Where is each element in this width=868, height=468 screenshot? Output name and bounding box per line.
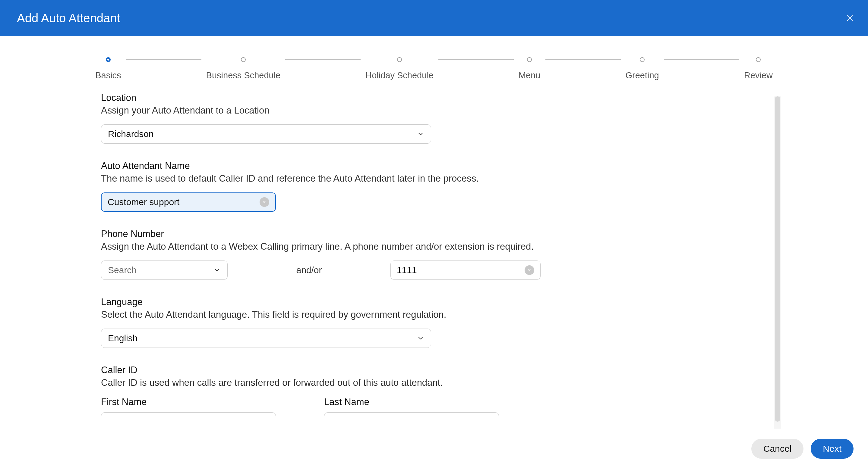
step-label: Business Schedule — [206, 70, 281, 80]
phone-title: Phone Number — [101, 229, 767, 239]
language-subtitle: Select the Auto Attendant language. This… — [101, 309, 767, 320]
step-circle-icon — [756, 57, 761, 62]
step-circle-icon — [527, 57, 532, 62]
cancel-button[interactable]: Cancel — [751, 439, 804, 459]
attendant-name-title: Auto Attendant Name — [101, 161, 767, 171]
extension-value: 1111 — [397, 265, 525, 275]
caller-id-row: First Name Customer Last Name — [101, 397, 767, 416]
last-name-input[interactable]: support — [324, 412, 499, 416]
language-title: Language — [101, 297, 767, 307]
section-attendant-name: Auto Attendant Name The name is used to … — [101, 161, 767, 212]
attendant-name-subtitle: The name is used to default Caller ID an… — [101, 173, 767, 184]
attendant-name-input[interactable]: Customer support — [101, 193, 276, 212]
caller-id-subtitle: Caller ID is used when calls are transfe… — [101, 377, 767, 388]
step-label: Review — [744, 70, 773, 80]
step-business-schedule[interactable]: Business Schedule — [206, 57, 281, 80]
stepper: Basics Business Schedule Holiday Schedul… — [0, 36, 868, 93]
step-label: Holiday Schedule — [365, 70, 434, 80]
location-value: Richardson — [108, 129, 154, 139]
step-basics[interactable]: Basics — [95, 57, 121, 80]
section-location: Location Assign your Auto Attendant to a… — [101, 93, 767, 144]
phone-search-placeholder: Search — [108, 265, 136, 275]
location-select[interactable]: Richardson — [101, 124, 431, 144]
close-icon — [846, 14, 854, 22]
chevron-down-icon — [213, 267, 221, 274]
extension-input[interactable]: 1111 — [391, 261, 540, 280]
chevron-down-icon — [417, 130, 424, 138]
first-name-field-group: First Name Customer — [101, 397, 276, 416]
section-caller-id: Caller ID Caller ID is used when calls a… — [101, 365, 767, 416]
step-menu[interactable]: Menu — [519, 57, 540, 80]
section-language: Language Select the Auto Attendant langu… — [101, 297, 767, 348]
phone-separator: and/or — [228, 265, 391, 275]
clear-extension-button[interactable] — [525, 265, 534, 275]
step-circle-icon — [241, 57, 246, 62]
last-name-label: Last Name — [324, 397, 499, 407]
step-connector — [546, 59, 621, 60]
location-title: Location — [101, 93, 767, 103]
step-label: Basics — [95, 70, 121, 80]
scrollbar-thumb[interactable] — [775, 96, 780, 422]
form-content: Location Assign your Auto Attendant to a… — [0, 93, 868, 416]
modal-header: Add Auto Attendant — [0, 0, 868, 36]
modal-footer: Cancel Next — [0, 429, 868, 468]
step-circle-icon — [640, 57, 645, 62]
step-review[interactable]: Review — [744, 57, 773, 80]
modal-title: Add Auto Attendant — [17, 11, 120, 25]
step-connector — [285, 59, 361, 60]
step-circle-icon — [106, 57, 111, 62]
phone-search-select[interactable]: Search — [101, 261, 228, 280]
language-select[interactable]: English — [101, 329, 431, 348]
first-name-input[interactable]: Customer — [101, 412, 276, 416]
section-phone-number: Phone Number Assign the Auto Attendant t… — [101, 229, 767, 280]
caller-id-title: Caller ID — [101, 365, 767, 375]
phone-subtitle: Assign the Auto Attendant to a Webex Cal… — [101, 241, 767, 252]
step-connector — [126, 59, 202, 60]
clear-attendant-name-button[interactable] — [259, 197, 269, 207]
step-connector — [438, 59, 514, 60]
step-label: Greeting — [626, 70, 659, 80]
step-greeting[interactable]: Greeting — [626, 57, 659, 80]
content-wrapper: Basics Business Schedule Holiday Schedul… — [0, 36, 868, 429]
location-subtitle: Assign your Auto Attendant to a Location — [101, 105, 767, 116]
attendant-name-value: Customer support — [107, 197, 259, 207]
step-connector — [664, 59, 739, 60]
clear-icon — [527, 268, 531, 272]
first-name-label: First Name — [101, 397, 276, 407]
last-name-field-group: Last Name support — [324, 397, 499, 416]
chevron-down-icon — [417, 335, 424, 342]
clear-icon — [262, 200, 267, 204]
phone-row: Search and/or 1111 — [101, 261, 767, 280]
close-button[interactable] — [844, 12, 856, 24]
step-label: Menu — [519, 70, 540, 80]
scrollbar-track[interactable] — [774, 96, 781, 429]
step-holiday-schedule[interactable]: Holiday Schedule — [365, 57, 434, 80]
next-button[interactable]: Next — [811, 439, 854, 459]
language-value: English — [108, 333, 137, 343]
step-circle-icon — [397, 57, 402, 62]
